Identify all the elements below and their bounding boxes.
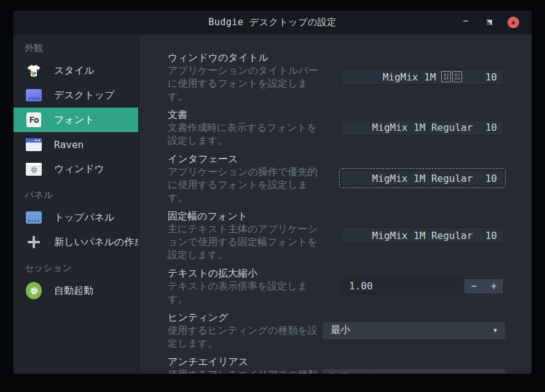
interface-font-button[interactable]: MigMix 1M Regular 10	[341, 170, 504, 186]
setting-row-document-font: 文書 文書作成時に表示するフォントを設定します。 MigMix 1M Regul…	[168, 108, 504, 147]
font-name: MigMix 1M Regular	[372, 230, 473, 241]
titlebar[interactable]: Budgie デスクトップの設定 − ×	[14, 11, 531, 34]
close-button[interactable]: ×	[508, 17, 519, 28]
missing-glyph-boxes: 42 6F 6C 64	[441, 71, 462, 82]
sidebar-item-label: Raven	[54, 139, 84, 151]
restore-icon	[487, 20, 492, 25]
font-name: MigMix 1M Regular	[372, 173, 473, 184]
sidebar-item-label: スタイル	[54, 65, 95, 77]
raven-icon	[26, 138, 42, 151]
sidebar-item-top-panel[interactable]: トップパネル	[14, 205, 138, 230]
setting-description: 使用するアンチエイリアスの種類を設定します。	[168, 368, 323, 374]
setting-row-monospace-font: 固定幅のフォント 主にテキスト主体のアプリケーションで使用する固定幅フォントを設…	[168, 210, 504, 261]
setting-title: ウィンドウのタイトル	[168, 51, 323, 64]
budgie-settings-window: Budgie デスクトップの設定 − × 外観	[14, 11, 531, 374]
font-size-value: 10	[485, 230, 497, 241]
window-title-font-button[interactable]: MigMix 1M 42 6F 6C 64 10	[341, 69, 504, 85]
sidebar-item-label: トップパネル	[54, 211, 114, 224]
desktop-icon	[26, 89, 42, 101]
sidebar-item-new-panel[interactable]: 新しいパネルの作成	[14, 230, 138, 254]
sidebar-item-windows[interactable]: ウィンドウ	[14, 157, 138, 181]
autostart-gear-icon	[26, 282, 42, 299]
setting-row-interface-font: インタフェース アプリケーションの操作で優先的に使用するフォントを設定します。 …	[168, 152, 504, 204]
hinting-dropdown[interactable]: 最小 ▼	[323, 322, 505, 339]
setting-description: 主にテキスト主体のアプリケーションで使用する固定幅フォントを設定します。	[168, 222, 323, 261]
sidebar-item-autostart[interactable]: 自動起動	[14, 278, 138, 303]
window-gear-icon	[26, 163, 42, 176]
font-size-value: 10	[485, 71, 497, 83]
section-header-appearance: 外観	[14, 42, 138, 58]
sidebar-item-fonts[interactable]: Fo フォント	[14, 108, 138, 132]
dropdown-value: 標準 (グレースケール)	[331, 372, 438, 374]
setting-description: テキストの表示倍率を設定します。	[168, 280, 323, 305]
sidebar-item-label: 自動起動	[54, 284, 93, 297]
window-body: 外観 スタイル デスクトップ Fo	[14, 34, 531, 374]
restore-button[interactable]	[484, 17, 495, 28]
setting-row-hinting: ヒンティング 使用するヒンティングの種類を設定します。 最小 ▼	[168, 311, 504, 350]
sidebar-item-label: ウィンドウ	[54, 163, 104, 176]
text-scaling-spinner: 1.00 − +	[341, 278, 504, 294]
style-shirt-icon	[26, 63, 42, 79]
missing-glyph-icon: 6C 64	[452, 71, 462, 82]
setting-row-antialiasing: アンチエイリアス 使用するアンチエイリアスの種類を設定します。 標準 (グレース…	[168, 355, 504, 374]
section-header-panel: パネル	[14, 181, 138, 205]
setting-row-text-scaling: テキストの拡大縮小 テキストの表示倍率を設定します。 1.00 − +	[168, 267, 504, 305]
text-scaling-input[interactable]: 1.00	[342, 279, 464, 294]
minimize-button[interactable]: −	[460, 17, 471, 28]
close-icon: ×	[511, 19, 516, 26]
minimize-icon: −	[463, 17, 468, 26]
sidebar: 外観 スタイル デスクトップ Fo	[14, 34, 139, 374]
antialiasing-dropdown[interactable]: 標準 (グレースケール) ▼	[323, 369, 505, 374]
setting-title: 固定幅のフォント	[168, 210, 323, 222]
minus-icon: −	[471, 280, 477, 292]
plus-icon	[26, 235, 41, 249]
plus-icon: +	[491, 280, 497, 292]
sidebar-item-raven[interactable]: Raven	[14, 132, 138, 157]
fonts-settings-panel: ウィンドウのタイトル アプリケーションのタイトルバーに使用するフォントを設定しま…	[139, 34, 531, 374]
window-controls: − ×	[460, 17, 531, 28]
font-size-value: 10	[485, 173, 497, 184]
setting-description: 使用するヒンティングの種類を設定します。	[168, 324, 323, 350]
sidebar-item-label: フォント	[54, 114, 95, 127]
sidebar-item-desktop[interactable]: デスクトップ	[14, 83, 138, 108]
setting-title: 文書	[168, 108, 323, 121]
fonts-icon: Fo	[26, 112, 41, 127]
setting-title: ヒンティング	[168, 311, 323, 324]
monospace-font-button[interactable]: MigMix 1M Regular 10	[341, 227, 504, 243]
font-name: MigMix 1M Regular	[372, 122, 473, 133]
window-title: Budgie デスクトップの設定	[14, 17, 531, 28]
increase-button[interactable]: +	[484, 279, 503, 294]
top-panel-icon	[26, 211, 42, 224]
setting-row-window-title-font: ウィンドウのタイトル アプリケーションのタイトルバーに使用するフォントを設定しま…	[168, 51, 504, 103]
dropdown-value: 最小	[331, 324, 350, 337]
chevron-down-icon: ▼	[493, 327, 497, 334]
font-size-value: 10	[485, 122, 497, 133]
setting-title: インタフェース	[168, 152, 323, 165]
sidebar-item-style[interactable]: スタイル	[14, 58, 138, 83]
sidebar-item-label: 新しいパネルの作成	[54, 236, 139, 249]
setting-description: アプリケーションの操作で優先的に使用するフォントを設定します。	[168, 165, 323, 204]
document-font-button[interactable]: MigMix 1M Regular 10	[341, 120, 504, 136]
font-name: MigMix 1M	[383, 71, 436, 83]
decrease-button[interactable]: −	[464, 279, 484, 294]
section-header-session: セッション	[14, 254, 138, 278]
sidebar-item-label: デスクトップ	[54, 89, 114, 102]
setting-description: アプリケーションのタイトルバーに使用するフォントを設定します。	[168, 64, 323, 103]
setting-title: アンチエイリアス	[168, 355, 323, 368]
setting-description: 文書作成時に表示するフォントを設定します。	[168, 121, 323, 147]
setting-title: テキストの拡大縮小	[168, 267, 323, 280]
missing-glyph-icon: 42 6F	[441, 71, 451, 82]
